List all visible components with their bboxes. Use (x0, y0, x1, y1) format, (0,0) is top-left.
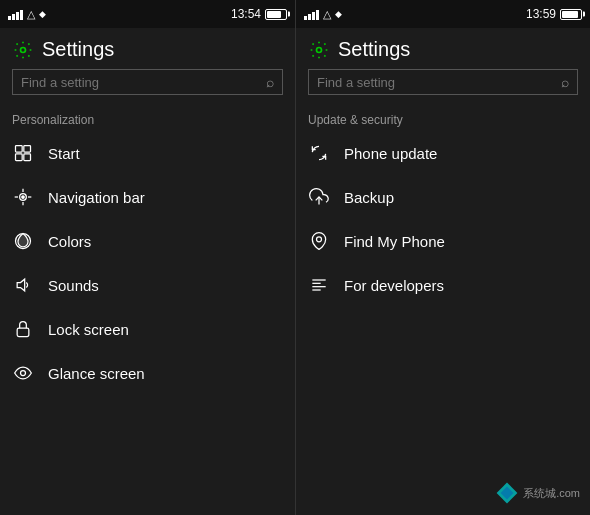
svg-point-0 (21, 47, 26, 52)
status-icons-right: △ ◆ (304, 8, 342, 21)
dev-label: For developers (344, 277, 444, 294)
time-right: 13:59 (526, 7, 556, 21)
battery-fill-right (562, 11, 578, 18)
find-icon (308, 230, 330, 252)
nav-label: Navigation bar (48, 189, 145, 206)
status-bar-right: △ ◆ 13:59 (296, 0, 590, 28)
signal-icon-right (304, 8, 319, 20)
glance-icon (12, 362, 34, 384)
menu-item-phone-update[interactable]: Phone update (296, 131, 590, 175)
battery-icon-right (560, 9, 582, 20)
lock-label: Lock screen (48, 321, 129, 338)
svg-rect-2 (24, 146, 31, 153)
watermark-logo (495, 481, 519, 505)
svg-rect-1 (16, 146, 23, 153)
colors-icon (12, 230, 34, 252)
battery-fill-left (267, 11, 281, 18)
find-label: Find My Phone (344, 233, 445, 250)
watermark-text: 系统城.com (523, 486, 580, 501)
svg-point-14 (317, 47, 322, 52)
signal-icon (8, 8, 23, 20)
svg-point-6 (22, 196, 25, 199)
status-right-left: 13:54 (231, 7, 287, 21)
gear-icon-left (12, 39, 34, 61)
sounds-icon (12, 274, 34, 296)
battery-icon-left (265, 9, 287, 20)
svg-rect-12 (17, 328, 29, 336)
watermark: 系统城.com (495, 481, 580, 505)
data-icon-right: ◆ (335, 9, 342, 19)
menu-item-for-developers[interactable]: For developers (296, 263, 590, 307)
search-input-left[interactable] (21, 75, 266, 90)
search-input-right[interactable] (317, 75, 561, 90)
svg-rect-4 (24, 154, 31, 161)
search-icon-left[interactable]: ⌕ (266, 74, 274, 90)
menu-item-glance-screen[interactable]: Glance screen (0, 351, 295, 395)
backup-icon (308, 186, 330, 208)
svg-point-13 (21, 371, 26, 376)
time-left: 13:54 (231, 7, 261, 21)
sounds-label: Sounds (48, 277, 99, 294)
nav-icon (12, 186, 34, 208)
start-icon (12, 142, 34, 164)
status-icons-left: △ ◆ (8, 8, 46, 21)
update-icon (308, 142, 330, 164)
lock-icon (12, 318, 34, 340)
search-box-right[interactable]: ⌕ (308, 69, 578, 95)
backup-label: Backup (344, 189, 394, 206)
menu-item-colors[interactable]: Colors (0, 219, 295, 263)
section-label-right: Update & security (296, 105, 590, 131)
section-label-left: Personalization (0, 105, 295, 131)
menu-item-start[interactable]: Start (0, 131, 295, 175)
settings-title-right: Settings (338, 38, 410, 61)
data-icon: ◆ (39, 9, 46, 19)
glance-label: Glance screen (48, 365, 145, 382)
settings-title-left: Settings (42, 38, 114, 61)
dev-icon (308, 274, 330, 296)
menu-list-right: Phone update Backup Find My Phone (296, 131, 590, 515)
menu-item-navigation-bar[interactable]: Navigation bar (0, 175, 295, 219)
update-label: Phone update (344, 145, 437, 162)
menu-item-find-my-phone[interactable]: Find My Phone (296, 219, 590, 263)
settings-header-left: Settings (0, 28, 295, 69)
start-label: Start (48, 145, 80, 162)
menu-list-left: Start Navigation bar (0, 131, 295, 515)
wifi-icon-right: △ (323, 8, 331, 21)
svg-rect-3 (16, 154, 23, 161)
menu-item-sounds[interactable]: Sounds (0, 263, 295, 307)
left-phone-screen: △ ◆ 13:54 Settings ⌕ Personalization (0, 0, 295, 515)
search-box-left[interactable]: ⌕ (12, 69, 283, 95)
gear-icon-right (308, 39, 330, 61)
menu-item-lock-screen[interactable]: Lock screen (0, 307, 295, 351)
right-phone-screen: △ ◆ 13:59 Settings ⌕ Update & security (295, 0, 590, 515)
menu-item-backup[interactable]: Backup (296, 175, 590, 219)
colors-label: Colors (48, 233, 91, 250)
search-icon-right[interactable]: ⌕ (561, 74, 569, 90)
status-right-right: 13:59 (526, 7, 582, 21)
wifi-icon: △ (27, 8, 35, 21)
status-bar-left: △ ◆ 13:54 (0, 0, 295, 28)
svg-point-16 (317, 237, 322, 242)
settings-header-right: Settings (296, 28, 590, 69)
